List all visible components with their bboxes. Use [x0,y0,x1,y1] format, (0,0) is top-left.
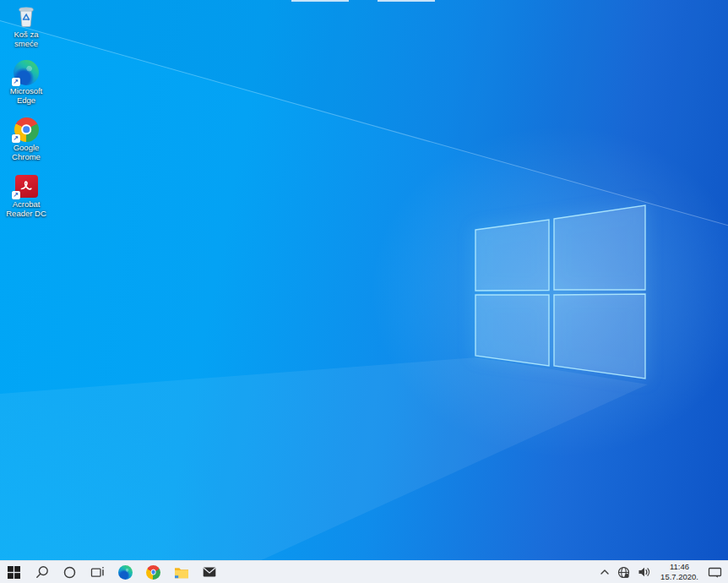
search-button[interactable] [28,561,56,583]
network-button[interactable] [615,561,633,583]
acrobat-loop-glyph [18,177,35,194]
windows-desktop: Koš za smeće ↗ Microsoft Edge ↗ Google C… [0,0,728,583]
taskbar-buttons [0,561,223,583]
task-view-button[interactable] [84,561,111,583]
action-center-button[interactable] [705,561,725,583]
desktop-icon-label: Acrobat Reader DC [2,199,51,218]
volume-button[interactable] [635,561,654,583]
folder-icon [174,566,189,579]
taskbar-chrome-button[interactable] [139,561,167,583]
windows-logo-icon [8,566,20,579]
shortcut-arrow-icon: ↗ [12,78,20,86]
cortana-circle-icon [63,566,76,579]
shortcut-arrow-icon: ↗ [12,191,20,199]
desktop-icon-microsoft-edge[interactable]: ↗ Microsoft Edge [0,60,52,110]
desktop-icon-label: Koš za smeće [2,30,51,48]
chrome-icon [146,565,160,580]
chevron-up-icon [600,568,610,576]
desktop-icon-google-chrome[interactable]: ↗ Google Chrome [0,117,52,166]
globe-network-icon [617,566,630,579]
desktop-icon-label: Google Chrome [2,143,51,161]
recycle-bin-icon [14,3,39,29]
clock-time: 11:46 [670,562,689,572]
offscreen-window-edge[interactable] [378,0,435,2]
shortcut-arrow-icon: ↗ [12,134,20,143]
taskbar-clock[interactable]: 11:46 15.7.2020. [656,562,703,581]
offscreen-window-edge[interactable] [291,0,349,2]
file-explorer-button[interactable] [167,561,195,583]
desktop-wallpaper [0,0,728,583]
search-icon [35,565,49,579]
clock-date: 15.7.2020. [660,572,698,582]
mail-button[interactable] [195,561,223,583]
speaker-icon [638,566,651,578]
system-tray: 11:46 15.7.2020. [597,561,728,583]
chrome-icon-core [150,569,156,575]
task-view-icon [90,566,105,579]
edge-icon [118,565,133,580]
windows-logo-wallpaper [0,0,728,583]
desktop-icon-label: Microsoft Edge [2,86,51,105]
desktop-icon-recycle-bin[interactable]: Koš za smeće [0,3,52,53]
desktop-icon-acrobat-reader[interactable]: ↗ Acrobat Reader DC [0,173,52,223]
start-button[interactable] [0,561,28,583]
mail-icon [203,566,216,578]
hidden-icons-button[interactable] [597,561,612,583]
chrome-icon-core [21,124,31,134]
cortana-button[interactable] [56,561,84,583]
taskbar: 11:46 15.7.2020. [0,560,728,583]
desktop-icon-column: Koš za smeće ↗ Microsoft Edge ↗ Google C… [0,3,52,223]
action-center-icon [708,566,722,579]
taskbar-edge-button[interactable] [111,561,139,583]
